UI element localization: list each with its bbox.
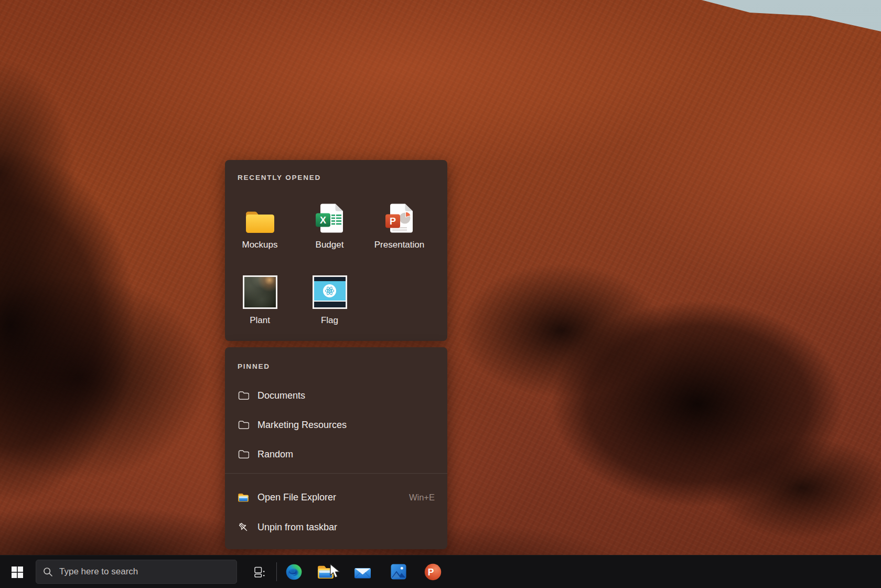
taskbar: P xyxy=(0,555,881,588)
recent-item-flag[interactable]: Flag xyxy=(295,267,364,326)
recent-item-presentation[interactable]: P Presentation xyxy=(364,191,434,250)
folder-outline-icon xyxy=(238,448,249,460)
search-icon xyxy=(43,567,53,577)
recent-item-label: Mockups xyxy=(242,240,277,250)
recent-item-mockups[interactable]: Mockups xyxy=(225,191,295,250)
folder-icon xyxy=(244,191,276,233)
recent-item-label: Budget xyxy=(316,240,344,250)
atom-emblem-icon xyxy=(323,284,337,298)
recently-opened-header: RECENTLY OPENED xyxy=(238,174,321,181)
folder-outline-icon xyxy=(238,390,249,401)
powerpoint-app-button[interactable]: P xyxy=(422,561,443,582)
flag-image-thumbnail xyxy=(313,267,347,309)
mail-icon xyxy=(354,565,371,579)
edge-icon xyxy=(286,564,302,580)
unpin-icon xyxy=(238,521,249,533)
pinned-item-label: Random xyxy=(257,449,293,460)
recent-item-budget[interactable]: X Budget xyxy=(295,191,364,250)
action-item-label: Open File Explorer xyxy=(257,492,336,503)
start-button[interactable] xyxy=(0,555,35,588)
pinned-item-label: Marketing Resources xyxy=(257,420,347,431)
powerpoint-icon: P xyxy=(424,563,442,581)
excel-file-icon: X xyxy=(315,191,345,233)
svg-text:X: X xyxy=(319,215,326,226)
unpin-from-taskbar-item[interactable]: Unpin from taskbar xyxy=(231,514,441,541)
recent-item-plant[interactable]: Plant xyxy=(225,267,295,326)
recent-item-label: Flag xyxy=(321,315,338,326)
mouse-cursor xyxy=(329,563,342,581)
action-item-label: Unpin from taskbar xyxy=(257,522,337,533)
pinned-item-documents[interactable]: Documents xyxy=(231,382,441,409)
taskbar-search[interactable] xyxy=(36,560,237,584)
photos-icon xyxy=(391,564,406,580)
edge-browser-button[interactable] xyxy=(283,561,304,582)
taskbar-separator xyxy=(276,562,277,581)
recent-item-label: Presentation xyxy=(374,240,424,250)
jumplist-recent-panel: RECENTLY OPENED Mockups xyxy=(225,160,447,341)
powerpoint-file-icon: P xyxy=(385,191,414,233)
search-input[interactable] xyxy=(59,566,230,577)
pinned-item-random[interactable]: Random xyxy=(231,441,441,468)
folder-outline-icon xyxy=(238,419,249,431)
pinned-item-marketing-resources[interactable]: Marketing Resources xyxy=(231,411,441,439)
keyboard-shortcut: Win+E xyxy=(409,493,435,503)
file-explorer-icon xyxy=(238,491,249,503)
jumplist-divider xyxy=(225,473,447,474)
task-view-icon xyxy=(253,566,266,579)
mail-app-button[interactable] xyxy=(352,561,373,582)
arrow-cursor-icon xyxy=(329,563,342,579)
desktop: RECENTLY OPENED Mockups xyxy=(0,0,881,588)
plant-image-thumbnail xyxy=(243,267,277,309)
svg-text:P: P xyxy=(389,216,395,227)
jumplist-pinned-panel: PINNED Documents Marketing Resources xyxy=(225,347,447,549)
recent-item-label: Plant xyxy=(250,315,270,326)
svg-text:P: P xyxy=(427,566,434,577)
pinned-header: PINNED xyxy=(238,362,270,370)
photos-app-button[interactable] xyxy=(388,561,409,582)
open-file-explorer-item[interactable]: Open File Explorer Win+E xyxy=(231,484,441,511)
task-view-button[interactable] xyxy=(251,563,268,581)
pinned-item-label: Documents xyxy=(257,390,305,401)
windows-logo-icon xyxy=(12,566,23,578)
